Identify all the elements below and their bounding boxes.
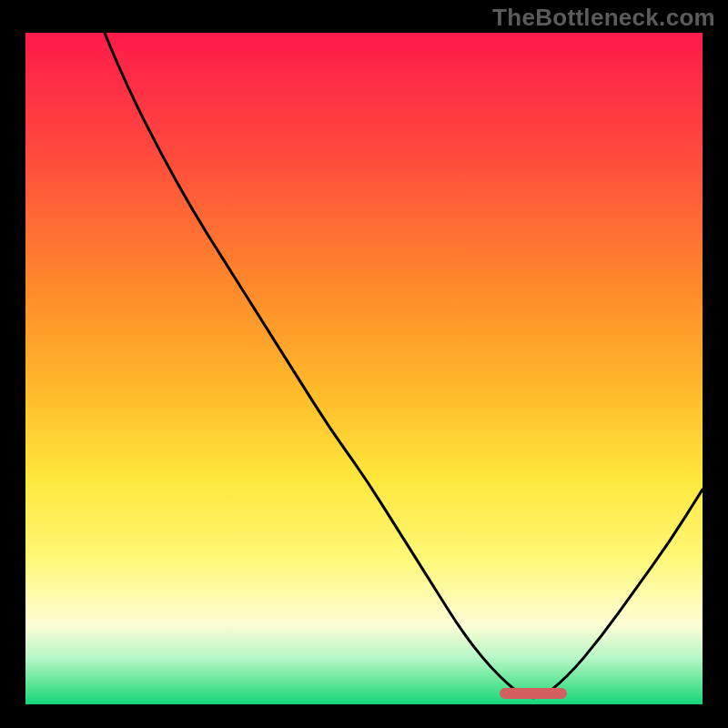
watermark-text: TheBottleneck.com [492, 4, 715, 32]
plot-area [25, 33, 703, 704]
curve-path [25, 33, 703, 698]
chart-frame: TheBottleneck.com [0, 0, 728, 728]
optimal-range-marker [500, 688, 567, 699]
bottleneck-curve [25, 33, 703, 704]
